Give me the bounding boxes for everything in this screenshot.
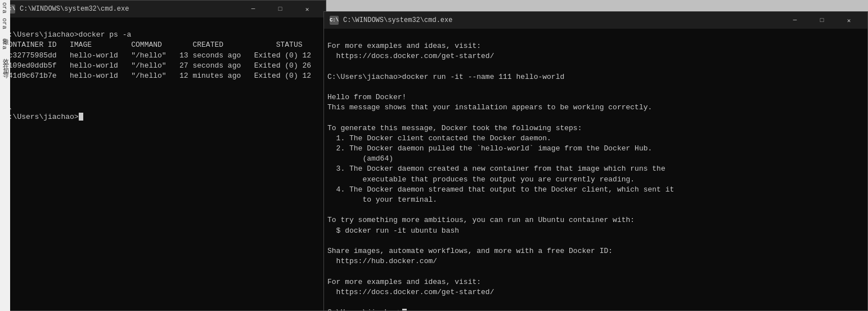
right-line-1: For more examples and ideas, visit: [327,42,481,50]
left-row-1: cc32775985dd hello-world "/hello" 13 sec… [4,51,311,60]
right-line-11: 2. The Docker daemon pulled the `hello-w… [327,144,652,153]
sidebar-label-3: 推 [0,32,10,36]
right-line-10: 1. The Docker client contacted the Docke… [327,134,551,143]
right-line-6: Hello from Docker! [327,93,406,101]
left-titlebar: C:\ C:\WINDOWS\system32\cmd.exe ─ □ ✕ [1,1,326,17]
right-cmd-window: C:\ C:\WINDOWS\system32\cmd.exe ─ □ ✕ Fo… [323,11,868,311]
sidebar-label-6: 在 [0,56,10,60]
right-line-15: 4. The Docker daemon streamed that outpu… [327,185,674,194]
right-cmd-icon: C:\ [330,16,339,25]
right-line-21: Share images, automate workflows, and mo… [327,247,613,255]
left-prompt: C:\Users\jiachao> [4,113,83,121]
left-row-2: 4109ed0ddb5f hello-world "/hello" 27 sec… [4,61,311,70]
right-line-13: 3. The Docker daemon created a new conta… [327,165,665,173]
sidebar-label-8: 导 [0,65,10,69]
right-line-24: For more examples and ideas, visit: [327,278,481,286]
right-titlebar: C:\ C:\WINDOWS\system32\cmd.exe ─ □ ✕ [324,12,867,29]
right-line-7: This message shows that your installatio… [327,103,652,112]
left-maximize-button[interactable]: □ [267,1,293,17]
right-line-19: $ docker run -it ubuntu bash [327,226,459,235]
left-terminal-content: C:\Users\jiachao>docker ps -a CONTAINER … [1,17,326,310]
sidebar-label-1: ora [0,0,10,16]
left-line-1: C:\Users\jiachao>docker ps -a [4,30,131,39]
right-line-16: to your terminal. [327,196,437,204]
right-window-controls: ─ □ ✕ [782,12,862,29]
left-window-title: C:\WINDOWS\system32\cmd.exe [20,5,240,13]
left-cmd-window: C:\ C:\WINDOWS\system32\cmd.exe ─ □ ✕ C:… [0,0,326,311]
sidebar-label-2: ora [0,16,10,32]
right-line-14: executable that produces the output you … [327,175,635,184]
right-line-9: To generate this message, Docker took th… [327,124,582,132]
left-header: CONTAINER ID IMAGE COMMAND CREATED STATU… [4,41,303,49]
sidebar-label-7: 加 [0,60,10,65]
right-line-12: (amd64) [327,154,393,163]
right-window-title: C:\WINDOWS\system32\cmd.exe [343,16,782,24]
right-line-25: https://docs.docker.com/get-started/ [327,288,494,296]
right-close-button[interactable]: ✕ [836,12,862,29]
sidebar-labels: ora ora 推 ora 效 在 加 导 [0,0,10,311]
left-row-3: 441d9c671b7e hello-world "/hello" 12 min… [4,72,311,80]
right-minimize-button[interactable]: ─ [782,12,808,29]
right-terminal-content: For more examples and ideas, visit: http… [324,29,867,310]
right-line-2: https://docs.docker.com/get-started/ [327,52,494,60]
sidebar-label-4: ora [0,36,10,52]
right-line-4: C:\Users\jiachao>docker run -it --name 1… [327,73,564,81]
left-close-button[interactable]: ✕ [294,1,320,17]
sidebar-label-5: 效 [0,51,10,56]
right-line-22: https://hub.docker.com/ [327,257,437,265]
left-window-controls: ─ □ ✕ [240,1,320,17]
right-prompt: C:\Users\jiachao> [327,308,407,310]
left-cursor [79,113,83,121]
right-line-18: To try something more ambitious, you can… [327,216,635,224]
right-maximize-button[interactable]: □ [809,12,835,29]
right-cursor [402,309,407,310]
left-minimize-button[interactable]: ─ [240,1,266,17]
